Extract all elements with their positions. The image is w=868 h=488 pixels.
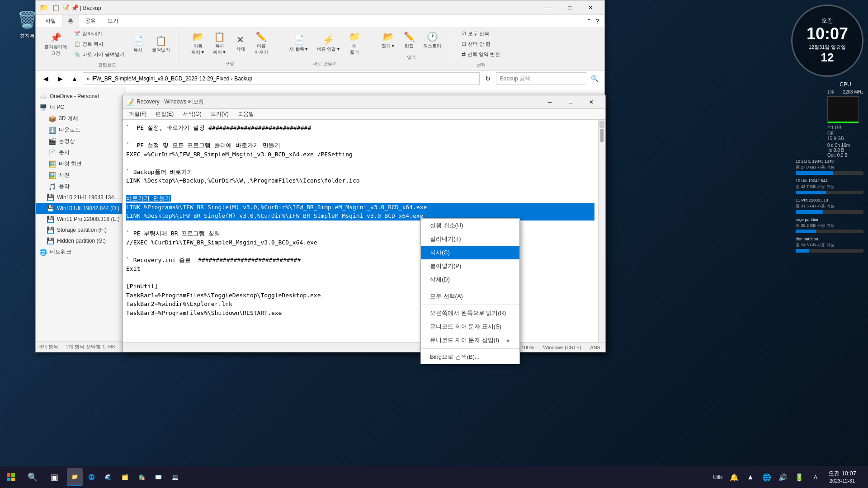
context-menu-item-9[interactable]: Bing으로 검색(B)... bbox=[421, 350, 519, 364]
taskbar-item-mail[interactable]: ✉️ bbox=[151, 468, 166, 486]
start-button[interactable] bbox=[0, 466, 22, 488]
text-line-3: EXEC =%CurDir%\IFW_BR_SimpleM_Msgini_v3.… bbox=[126, 150, 594, 159]
rename-button[interactable]: ✏️ 이름바꾸기 bbox=[251, 29, 271, 58]
copy-button[interactable]: 📄 복사 bbox=[129, 33, 147, 56]
pin-button[interactable]: 📌 즐겨찾기에고정 bbox=[41, 30, 70, 59]
context-menu: 실행 취소(U)잘라내기(T)복사(C)붙여넣기(P)삭제(D)모두 선택(A)… bbox=[420, 218, 520, 364]
notepad-menu-item-0[interactable]: 파일(F) bbox=[124, 109, 151, 119]
explorer-title: 📋 📝 📌 | Backup bbox=[52, 4, 535, 11]
context-menu-item-1[interactable]: 잘라내기(T) bbox=[421, 232, 519, 246]
notepad-titlebar: 📝 Recovery - Windows 메모장 ─ □ ✕ bbox=[123, 95, 605, 109]
sidebar-item-10[interactable]: 💾Win10 Ulti 19042.844 (D:) bbox=[36, 203, 126, 214]
paste-button[interactable]: 📋 붙여넣기 bbox=[149, 33, 173, 56]
tray-notifications[interactable]: 🔔 bbox=[727, 470, 741, 484]
close-button[interactable]: ✕ bbox=[580, 0, 601, 15]
quick-access-button[interactable]: ⚡ 빠른 연결▼ bbox=[314, 32, 344, 55]
select-none-button[interactable]: ☐ 선택 안 함 bbox=[459, 39, 502, 49]
sidebar-item-11[interactable]: 💾Win11 Pro 22000.318 (E:) bbox=[36, 214, 126, 225]
up-button[interactable]: ▲ bbox=[68, 72, 81, 85]
search-input[interactable] bbox=[496, 72, 586, 85]
tray-utils[interactable]: Utils bbox=[711, 470, 725, 484]
refresh-button[interactable]: ↻ bbox=[481, 72, 494, 85]
context-menu-item-2[interactable]: 복사(C) bbox=[421, 246, 519, 259]
select-all-button[interactable]: ☑ 모두 선택 bbox=[459, 29, 502, 38]
tray-clock[interactable]: 오전 10:07 2023-12-31 bbox=[825, 470, 860, 484]
taskbar-item-explorer[interactable]: 📁 bbox=[67, 468, 83, 486]
taskbar-item-chrome[interactable]: 🌐 bbox=[84, 468, 99, 486]
context-menu-item-7[interactable]: 유니코드 제어 문자 표시(S) bbox=[421, 320, 519, 333]
sidebar-item-2[interactable]: 📦3D 개체 bbox=[36, 113, 126, 124]
ribbon-collapse-btn[interactable]: ⌃ bbox=[586, 18, 592, 25]
copy2-button[interactable]: 📋 복사위치▼ bbox=[210, 29, 230, 58]
organize-buttons: 📂 이동위치▼ 📋 복사위치▼ ✕ 삭제 ✏️ bbox=[188, 29, 271, 58]
context-menu-item-6[interactable]: 오른쪽에서 왼쪽으로 읽기(R) bbox=[421, 306, 519, 320]
notepad-close-button[interactable]: ✕ bbox=[581, 95, 602, 109]
context-menu-item-5[interactable]: 모두 선택(A) bbox=[421, 290, 519, 303]
text-line-2: ` PE 설정 및 모든 프로그램 폴더에 바로가기 만들기 bbox=[126, 141, 594, 150]
tray-keyboard[interactable]: A bbox=[808, 470, 823, 484]
address-path-input[interactable] bbox=[83, 72, 480, 85]
context-menu-separator-8 bbox=[421, 348, 519, 349]
back-button[interactable]: ◀ bbox=[39, 72, 52, 85]
sidebar-item-5[interactable]: 📄문서 bbox=[36, 147, 126, 158]
show-desktop-button[interactable] bbox=[862, 470, 864, 484]
sidebar-item-3[interactable]: ⬇️다운로드 bbox=[36, 124, 126, 136]
notepad-menu-item-4[interactable]: 도움말 bbox=[233, 109, 259, 119]
sidebar-item-1[interactable]: 🖥️내 PC bbox=[36, 102, 126, 113]
organize-label: 구성 bbox=[225, 61, 234, 67]
ribbon-tab-home[interactable]: 홈 bbox=[62, 15, 79, 27]
taskbar-item-edge[interactable]: 🌊 bbox=[100, 468, 116, 486]
ribbon-tab-view[interactable]: 보기 bbox=[102, 15, 124, 27]
invert-select-button[interactable]: ⇄ 선택 영역 반전 bbox=[459, 50, 502, 59]
sidebar-item-12[interactable]: 💾Storage partition (F:) bbox=[36, 225, 126, 235]
tray-volume[interactable]: 🔊 bbox=[776, 470, 790, 484]
move-button[interactable]: 📂 이동위치▼ bbox=[188, 29, 208, 58]
sidebar-item-7[interactable]: 🖼️사진 bbox=[36, 169, 126, 181]
context-menu-item-0[interactable]: 실행 취소(U) bbox=[421, 219, 519, 232]
notepad-menu-item-1[interactable]: 편집(E) bbox=[151, 109, 178, 119]
context-menu-item-3[interactable]: 붙여넣기(P) bbox=[421, 259, 519, 273]
context-menu-item-4[interactable]: 삭제(D) bbox=[421, 273, 519, 286]
notepad-text-area[interactable]: ` PE 설정, 바로가기 설정 #######################… bbox=[123, 120, 598, 342]
search-button[interactable]: 🔍 bbox=[588, 72, 601, 85]
forward-button[interactable]: ▶ bbox=[54, 72, 66, 85]
sidebar-item-8[interactable]: 🎵음악 bbox=[36, 181, 126, 192]
minimize-button[interactable]: ─ bbox=[538, 0, 559, 15]
taskbar-item-cmd[interactable]: 💻 bbox=[167, 468, 183, 486]
text-line-10: LINK %Desktop%\IFW BR Single(M) v3.0,%Cu… bbox=[126, 211, 594, 221]
sidebar-item-6[interactable]: 🖼️바탕 화면 bbox=[36, 158, 126, 169]
delete-button[interactable]: ✕ 삭제 bbox=[231, 32, 250, 55]
notepad-menu-item-3[interactable]: 보기(V) bbox=[206, 109, 233, 119]
history-button[interactable]: 🕐 히스토리 bbox=[420, 29, 444, 52]
sidebar-item-4[interactable]: 🎬동영상 bbox=[36, 136, 126, 147]
context-menu-item-8[interactable]: 유니코드 제어 문자 삽입(I)▶ bbox=[421, 333, 519, 347]
ribbon-tab-file[interactable]: 파일 bbox=[39, 15, 62, 27]
taskbar-cortana-button[interactable]: ▣ bbox=[43, 466, 65, 488]
maximize-button[interactable]: □ bbox=[559, 0, 580, 15]
ribbon-tab-share[interactable]: 공유 bbox=[79, 15, 102, 27]
new-folder-button[interactable]: 📁 새폴더 bbox=[345, 29, 363, 58]
ribbon-help-btn[interactable]: ? bbox=[595, 18, 599, 25]
taskbar-item-store[interactable]: 🛍️ bbox=[134, 468, 150, 486]
shortcut-paste-button[interactable]: 📎 바로 가기 붙여넣기 bbox=[72, 50, 127, 59]
sidebar-item-13[interactable]: 💾Hidden partition (G:) bbox=[36, 235, 126, 246]
notepad-scrollbar[interactable] bbox=[598, 120, 605, 342]
sidebar-item-0[interactable]: ☁️OneDrive - Personal bbox=[36, 91, 126, 102]
cut-button[interactable]: ✂️ 잘라내기 bbox=[72, 29, 127, 38]
new-item-button[interactable]: 📄 새 항목▼ bbox=[286, 32, 312, 55]
taskbar-search-button[interactable]: 🔍 bbox=[22, 466, 43, 488]
tray-network[interactable]: 🌐 bbox=[760, 470, 774, 484]
notepad-minimize-button[interactable]: ─ bbox=[539, 95, 560, 109]
notepad-menu-item-2[interactable]: 서식(O) bbox=[178, 109, 206, 119]
sidebar-item-14[interactable]: 🌐네트워크 bbox=[36, 246, 126, 258]
tray-battery[interactable]: 🔋 bbox=[792, 470, 807, 484]
edit-button[interactable]: ✏️ 편집 bbox=[400, 29, 418, 52]
notepad-encoding: ANSI bbox=[590, 345, 602, 350]
open-button[interactable]: 📂 열기▼ bbox=[378, 29, 398, 52]
taskbar-item-files[interactable]: 🗂️ bbox=[117, 468, 133, 486]
sidebar-item-9[interactable]: 💾Win10 21H1 19043.1348 (C:) bbox=[36, 192, 126, 203]
path-copy-button[interactable]: 📋 경로 복사 bbox=[72, 39, 127, 49]
tray-up-arrow[interactable]: ▲ bbox=[743, 470, 758, 484]
scroll-thumb[interactable] bbox=[600, 129, 604, 142]
notepad-maximize-button[interactable]: □ bbox=[560, 95, 581, 109]
